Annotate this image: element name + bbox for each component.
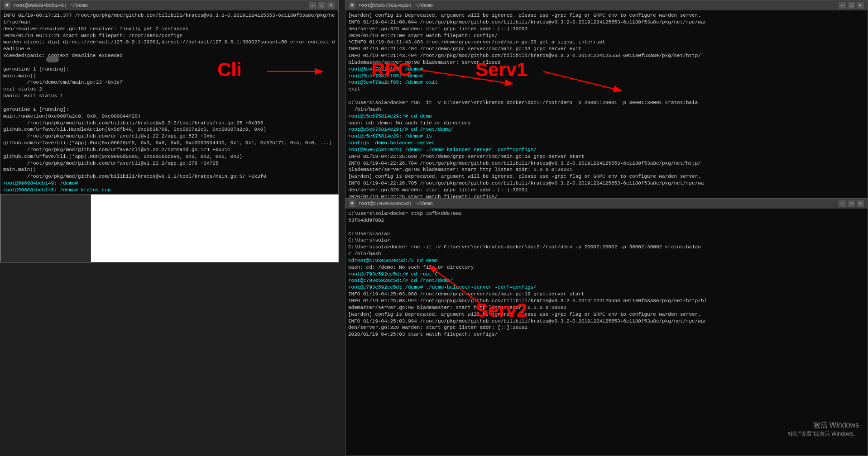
rpc-win-controls[interactable]: ─ □ ✕ — [839, 2, 864, 9]
rpc-terminal: ■ root@e5e675814e29: ~/demo ─ □ ✕ [warde… — [345, 0, 868, 199]
rpc-title-text: root@e5e675814e29: ~/demo — [358, 3, 836, 8]
serv2-minimize-btn[interactable]: ─ — [839, 200, 846, 207]
rpc-maximize-btn[interactable]: □ — [848, 2, 855, 9]
rpc-minimize-btn[interactable]: ─ — [839, 2, 846, 9]
serv2-close-btn[interactable]: ✕ — [857, 200, 864, 207]
save-toggle-switch[interactable] — [46, 56, 59, 62]
rpc-title-icon: ■ — [349, 2, 355, 9]
cli-title-text: root@996684bcb149: ~/demo — [13, 3, 307, 8]
rpc-close-btn[interactable]: ✕ — [857, 2, 864, 9]
serv2-win-controls[interactable]: ─ □ ✕ — [839, 200, 864, 207]
rpc-body: [warden] config is Deprecated, argument … — [345, 10, 868, 199]
cli-maximize-btn[interactable]: □ — [318, 2, 326, 9]
cli-close-btn[interactable]: ✕ — [327, 2, 335, 9]
serv2-body: C:\Users\sola>docker stop 53fb4dd9700253… — [345, 209, 868, 456]
serv2-title-icon: ■ — [349, 200, 355, 207]
cli-terminal: ■ root@996684bcb149: ~/demo ─ □ ✕ INFO 0… — [0, 0, 339, 195]
serv2-titlebar: ■ root@c793e592ec5d: ~/demo ─ □ ✕ — [345, 199, 868, 209]
rpc-titlebar: ■ root@e5e675814e29: ~/demo ─ □ ✕ — [345, 0, 868, 10]
cli-body: INFO 01/19-06:17:21.377 /root/go/pkg/mod… — [0, 10, 338, 194]
cli-titlebar: ■ root@996684bcb149: ~/demo ─ □ ✕ — [0, 0, 338, 10]
serv2-title-text: root@c793e592ec5d: ~/demo — [358, 201, 836, 206]
serv2-terminal: ■ root@c793e592ec5d: ~/demo ─ □ ✕ C:\Use… — [345, 198, 868, 456]
cli-minimize-btn[interactable]: ─ — [309, 2, 317, 9]
serv2-maximize-btn[interactable]: □ — [848, 200, 855, 207]
cli-title-icon: ■ — [4, 2, 10, 9]
cli-win-controls[interactable]: ─ □ ✕ — [309, 2, 335, 9]
